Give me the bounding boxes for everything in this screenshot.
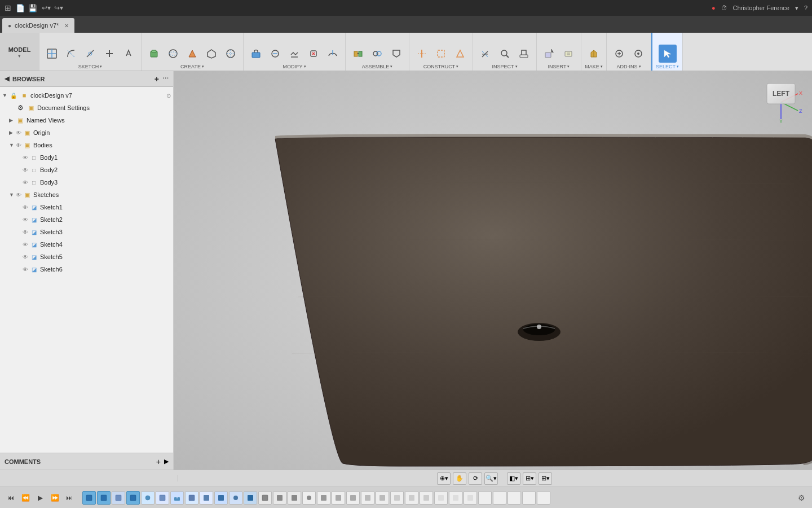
assemble-tool-2[interactable] (368, 45, 386, 63)
orbit-btn[interactable]: ⟳ (469, 472, 482, 485)
sketch-tool-2[interactable] (62, 45, 80, 63)
tree-item-body3[interactable]: 👁 □ Body3 (0, 176, 173, 189)
tl-op-26[interactable] (449, 491, 462, 505)
browser-options-btn[interactable]: ⋯ (162, 75, 169, 82)
addins-label[interactable]: ADD-INS▾ (616, 64, 641, 69)
modify-label[interactable]: MODIFY▾ (283, 64, 306, 69)
inspect-tool-3[interactable] (515, 45, 533, 63)
tl-op-11[interactable] (229, 491, 242, 505)
tl-op-3[interactable] (112, 491, 125, 505)
modify-tool-1[interactable] (247, 45, 265, 63)
tl-op-10[interactable] (214, 491, 228, 505)
tab-close-btn[interactable]: ✕ (64, 23, 69, 29)
snap-btn[interactable]: ⊕▾ (437, 472, 451, 485)
tl-op-23[interactable] (405, 491, 418, 505)
create-tool-5[interactable] (222, 45, 240, 63)
tl-op-9[interactable] (200, 491, 213, 505)
tl-op-13[interactable] (258, 491, 272, 505)
model-menu[interactable]: MODEL ▾ (0, 33, 39, 71)
body3-eye[interactable]: 👁 (23, 179, 28, 186)
body1-eye[interactable]: 👁 (23, 155, 28, 161)
tree-item-origin[interactable]: ▶ 👁 ▣ Origin (0, 126, 173, 139)
tree-item-bodies[interactable]: ▼ 👁 ▣ Bodies (0, 139, 173, 151)
user-name[interactable]: Christopher Ference (733, 5, 789, 11)
tl-op-32[interactable] (537, 491, 550, 505)
tl-op-7[interactable] (170, 491, 184, 505)
sketch-tool-1[interactable] (43, 45, 61, 63)
tree-item-sketch4[interactable]: 👁 ◪ Sketch4 (0, 238, 173, 251)
sketch5-eye[interactable]: 👁 (23, 254, 28, 260)
app-grid-icon[interactable]: ⊞ (5, 3, 11, 12)
origin-eye[interactable]: 👁 (16, 130, 21, 136)
browser-add-btn[interactable]: + (155, 75, 159, 84)
tree-item-sketch5[interactable]: 👁 ◪ Sketch5 (0, 251, 173, 263)
tl-op-12[interactable] (244, 491, 257, 505)
new-file-icon[interactable]: 📄 (16, 4, 25, 12)
timeline-rewind-end[interactable]: ⏭ (63, 492, 76, 504)
zoom-btn[interactable]: 🔍▾ (484, 472, 498, 485)
viewport[interactable]: X Z Y LEFT (174, 71, 812, 470)
root-options[interactable]: ⊙ (166, 93, 171, 99)
tl-op-29[interactable] (493, 491, 506, 505)
grid-btn[interactable]: ⊞▾ (523, 472, 536, 485)
timeline-step-back[interactable]: ⏪ (19, 492, 32, 504)
make-label[interactable]: MAKE▾ (585, 64, 603, 69)
sketch-label[interactable]: SKETCH▾ (78, 64, 103, 69)
tree-item-body1[interactable]: 👁 □ Body1 (0, 151, 173, 164)
modify-tool-2[interactable] (266, 45, 284, 63)
tl-op-19[interactable] (346, 491, 360, 505)
tl-op-28[interactable] (478, 491, 492, 505)
sketches-eye[interactable]: 👁 (16, 192, 21, 198)
make-tool-1[interactable] (585, 45, 603, 63)
display-mode-btn[interactable]: ◧▾ (507, 472, 520, 485)
view-cube[interactable]: X Z Y LEFT (756, 77, 806, 128)
sketch-tool-3[interactable] (81, 45, 99, 63)
pan-btn[interactable]: ✋ (453, 472, 466, 485)
tree-item-sketch3[interactable]: 👁 ◪ Sketch3 (0, 226, 173, 238)
comments-add-btn[interactable]: + (156, 457, 161, 466)
create-tool-3[interactable] (183, 45, 201, 63)
construct-label[interactable]: CONSTRUCT▾ (423, 64, 459, 69)
tl-op-27[interactable] (464, 491, 477, 505)
create-label[interactable]: CREATE▾ (180, 64, 204, 69)
construct-tool-3[interactable] (451, 45, 469, 63)
tl-op-15[interactable] (288, 491, 301, 505)
tl-op-22[interactable] (390, 491, 404, 505)
create-tool-2[interactable] (164, 45, 182, 63)
sketch6-eye[interactable]: 👁 (23, 266, 28, 273)
assemble-label[interactable]: ASSEMBLE▾ (362, 64, 393, 69)
assemble-tool-3[interactable] (387, 45, 405, 63)
insert-tool-2[interactable] (559, 45, 577, 63)
tl-op-17[interactable] (317, 491, 330, 505)
sketch1-eye[interactable]: 👁 (23, 204, 28, 211)
addins-tool-1[interactable] (610, 45, 628, 63)
tree-item-sketch2[interactable]: 👁 ◪ Sketch2 (0, 213, 173, 226)
tree-root[interactable]: ▼ 🔒 ■ clockDesign v7 ⊙ (0, 89, 173, 102)
tl-op-31[interactable] (522, 491, 536, 505)
tl-op-20[interactable] (361, 491, 374, 505)
inspect-label[interactable]: INSPECT▾ (492, 64, 517, 69)
browser-collapse-btn[interactable]: ◀ (5, 75, 9, 82)
create-tool-1[interactable] (145, 45, 163, 63)
tl-op-25[interactable] (434, 491, 448, 505)
tree-item-named-views[interactable]: ▶ ▣ Named Views (0, 114, 173, 126)
tl-op-5[interactable] (141, 491, 155, 505)
inspect-tool-1[interactable] (476, 45, 495, 63)
save-icon[interactable]: 💾 (28, 4, 37, 12)
timeline-play[interactable]: ▶ (34, 492, 46, 504)
bodies-eye[interactable]: 👁 (16, 142, 21, 148)
sketch-tool-plus[interactable] (100, 45, 118, 63)
addins-tool-2[interactable] (629, 45, 647, 63)
timeline-step-forward[interactable]: ⏩ (48, 492, 61, 504)
tl-op-16[interactable] (302, 491, 316, 505)
construct-tool-2[interactable] (432, 45, 450, 63)
insert-tool-1[interactable] (540, 45, 558, 63)
sketch4-eye[interactable]: 👁 (23, 242, 28, 248)
timeline-settings-btn[interactable]: ⚙ (795, 492, 807, 504)
select-tool-1[interactable] (659, 45, 677, 63)
sketch2-eye[interactable]: 👁 (23, 217, 28, 223)
comments-expand-btn[interactable]: ▶ (164, 458, 169, 465)
tl-op-6[interactable] (156, 491, 169, 505)
tl-op-18[interactable] (332, 491, 345, 505)
tree-item-sketches[interactable]: ▼ 👁 ▣ Sketches (0, 189, 173, 201)
